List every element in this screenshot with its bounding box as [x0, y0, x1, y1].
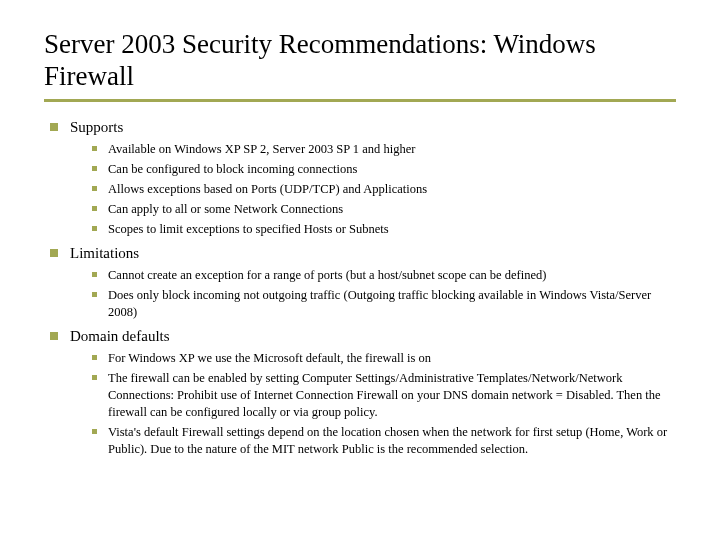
section-domain-defaults: Domain defaults For Windows XP we use th… — [50, 327, 676, 458]
list-item: Does only block incoming not outgoing tr… — [92, 287, 676, 321]
content-list: Supports Available on Windows XP SP 2, S… — [44, 118, 676, 458]
section-heading: Supports — [70, 119, 123, 135]
section-limitations: Limitations Cannot create an exception f… — [50, 244, 676, 321]
title-underline — [44, 99, 676, 102]
list-item: The firewall can be enabled by setting C… — [92, 370, 676, 421]
section-heading: Domain defaults — [70, 328, 170, 344]
list-item: Vista's default Firewall settings depend… — [92, 424, 676, 458]
section-items: Cannot create an exception for a range o… — [70, 267, 676, 321]
section-items: Available on Windows XP SP 2, Server 200… — [70, 141, 676, 237]
slide: Server 2003 Security Recommendations: Wi… — [0, 0, 720, 484]
section-heading: Limitations — [70, 245, 139, 261]
section-items: For Windows XP we use the Microsoft defa… — [70, 350, 676, 457]
list-item: Cannot create an exception for a range o… — [92, 267, 676, 284]
list-item: Available on Windows XP SP 2, Server 200… — [92, 141, 676, 158]
section-supports: Supports Available on Windows XP SP 2, S… — [50, 118, 676, 238]
list-item: Can be configured to block incoming conn… — [92, 161, 676, 178]
list-item: Allows exceptions based on Ports (UDP/TC… — [92, 181, 676, 198]
slide-title: Server 2003 Security Recommendations: Wi… — [44, 28, 676, 93]
list-item: For Windows XP we use the Microsoft defa… — [92, 350, 676, 367]
list-item: Can apply to all or some Network Connect… — [92, 201, 676, 218]
list-item: Scopes to limit exceptions to specified … — [92, 221, 676, 238]
